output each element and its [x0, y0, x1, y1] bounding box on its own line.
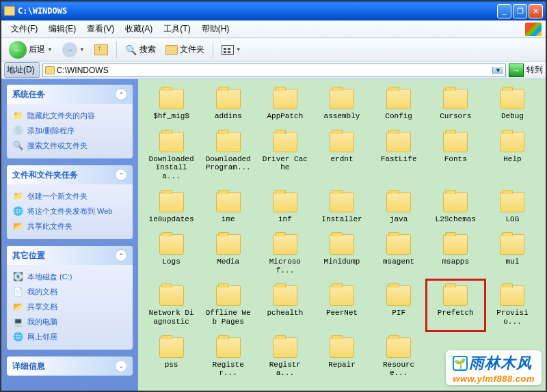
- window-title: C:\WINDOWS: [18, 6, 497, 16]
- folder-item[interactable]: assembly: [314, 87, 369, 122]
- task-link[interactable]: 📁隐藏此文件夹的内容: [12, 108, 127, 123]
- folder-item[interactable]: mui: [485, 233, 540, 276]
- folder-label: LOG: [506, 215, 520, 224]
- go-button[interactable]: →: [509, 64, 524, 77]
- folder-view[interactable]: $hf_mig$addinsAppPatchassemblyConfigCurs…: [138, 79, 546, 391]
- menu-item-0[interactable]: 文件(F): [5, 21, 43, 37]
- close-button[interactable]: ✕: [529, 4, 543, 18]
- menu-item-3[interactable]: 收藏(A): [120, 21, 158, 37]
- task-link[interactable]: 📂共享此文件夹: [12, 219, 127, 234]
- folder-icon: [500, 234, 524, 255]
- folder-item[interactable]: Prefetch: [428, 284, 483, 327]
- menu-item-2[interactable]: 查看(V): [81, 21, 120, 37]
- menu-item-1[interactable]: 编辑(E): [43, 21, 81, 37]
- folder-item[interactable]: ie8updates: [144, 191, 199, 225]
- folder-item[interactable]: Downloaded Program...: [200, 130, 256, 182]
- folder-item[interactable]: Registra...: [257, 336, 312, 379]
- folder-item[interactable]: Logs: [144, 233, 199, 276]
- folder-icon: [216, 337, 241, 358]
- task-link[interactable]: 🌐将这个文件夹发布到 Web: [12, 204, 127, 219]
- menu-item-5[interactable]: 帮助(H): [196, 21, 235, 37]
- folder-item[interactable]: PeerNet: [314, 284, 369, 327]
- folder-item[interactable]: Microsof...: [257, 233, 312, 276]
- folder-icon: [386, 132, 411, 152]
- maximize-button[interactable]: ❐: [513, 4, 527, 18]
- folder-icon: [159, 132, 184, 152]
- folder-item[interactable]: addins: [200, 87, 256, 122]
- folder-item[interactable]: erdnt: [314, 130, 369, 182]
- folder-item[interactable]: Driver Cache: [257, 130, 312, 182]
- task-link[interactable]: 💿添加/删除程序: [12, 123, 127, 138]
- folder-label: $hf_mig$: [153, 112, 189, 121]
- task-link[interactable]: 📁创建一个新文件夹: [12, 188, 127, 204]
- folder-item[interactable]: Media: [200, 233, 256, 276]
- forward-button[interactable]: → ▼: [59, 40, 88, 59]
- folder-item[interactable]: pss: [144, 336, 199, 379]
- folder-item[interactable]: Resource...: [371, 336, 427, 379]
- folder-item[interactable]: Downloaded Installa...: [144, 130, 199, 182]
- search-button[interactable]: 搜索: [122, 42, 159, 58]
- folder-label: Config: [385, 112, 412, 121]
- address-input[interactable]: C:\WINDOWS ▼: [42, 64, 506, 77]
- separator: [213, 42, 213, 58]
- chevron-down-icon: ⌄: [115, 360, 127, 372]
- go-label: 转到: [526, 64, 543, 76]
- view-button[interactable]: ▼: [218, 43, 245, 57]
- back-arrow-icon: ←: [9, 41, 27, 59]
- folders-button[interactable]: 文件夹: [162, 42, 208, 57]
- up-directory-button[interactable]: [91, 42, 111, 57]
- task-link[interactable]: 🔍搜索文件或文件夹: [12, 138, 127, 153]
- folder-item[interactable]: Cursors: [428, 87, 483, 122]
- folder-label: Provisio...: [488, 309, 537, 326]
- folder-item[interactable]: FastLife: [371, 130, 427, 182]
- search-label: 搜索: [139, 44, 156, 55]
- folder-item[interactable]: L2Schemas: [428, 191, 483, 225]
- folder-item[interactable]: PIF: [371, 284, 427, 327]
- folder-item[interactable]: pchealth: [257, 284, 312, 327]
- task-label: 搜索文件或文件夹: [27, 141, 88, 151]
- minimize-button[interactable]: _: [497, 4, 511, 18]
- address-dropdown[interactable]: ▼: [492, 67, 503, 74]
- folder-item[interactable]: msagent: [371, 233, 427, 276]
- menu-item-4[interactable]: 工具(T): [158, 21, 196, 37]
- folder-item[interactable]: Offline Web Pages: [200, 284, 256, 327]
- panel-header[interactable]: 文件和文件夹任务 ⌃: [7, 165, 133, 184]
- folder-icon: [216, 234, 241, 255]
- folder-item[interactable]: LOG: [485, 191, 540, 225]
- folder-item[interactable]: Register...: [200, 336, 256, 379]
- folder-item[interactable]: AppPatch: [257, 87, 312, 122]
- folder-icon: [330, 285, 354, 306]
- folder-icon: [159, 234, 184, 255]
- task-link[interactable]: 💽本地磁盘 (C:): [12, 269, 127, 284]
- folder-item[interactable]: ime: [200, 191, 256, 225]
- folder-item[interactable]: Repair: [314, 336, 369, 379]
- back-button[interactable]: ← 后退 ▼: [5, 39, 56, 61]
- folder-item[interactable]: Config: [371, 87, 427, 122]
- folder-icon: [45, 66, 55, 74]
- folder-label: Network Diagnostic: [147, 309, 196, 326]
- folder-label: msagent: [383, 257, 414, 266]
- task-link[interactable]: 📄我的文档: [12, 284, 127, 299]
- folder-item[interactable]: Help: [485, 130, 540, 182]
- folder-icon: [330, 89, 354, 109]
- task-link[interactable]: 💻我的电脑: [12, 314, 127, 329]
- task-icon: 📁: [12, 110, 23, 121]
- task-label: 共享文档: [27, 302, 57, 312]
- panel-header[interactable]: 系统任务 ⌃: [7, 85, 133, 104]
- panel-header[interactable]: 其它位置 ⌃: [7, 246, 133, 265]
- folder-item[interactable]: Debug: [485, 87, 540, 122]
- folder-item[interactable]: Installer: [314, 191, 369, 225]
- folder-item[interactable]: Minidump: [314, 233, 369, 276]
- folder-icon: [159, 89, 184, 109]
- folder-label: erdnt: [330, 155, 353, 164]
- folder-item[interactable]: Fonts: [428, 130, 483, 182]
- folder-item[interactable]: java: [371, 191, 427, 225]
- folder-item[interactable]: Provisio...: [485, 284, 540, 327]
- panel-header[interactable]: 详细信息 ⌄: [7, 356, 133, 376]
- folder-item[interactable]: Network Diagnostic: [144, 284, 199, 327]
- folder-item[interactable]: inf: [257, 191, 312, 225]
- task-link[interactable]: 🌐网上邻居: [12, 329, 127, 344]
- folder-item[interactable]: $hf_mig$: [144, 87, 199, 122]
- folder-item[interactable]: msapps: [428, 233, 483, 276]
- task-link[interactable]: 📂共享文档: [12, 299, 127, 314]
